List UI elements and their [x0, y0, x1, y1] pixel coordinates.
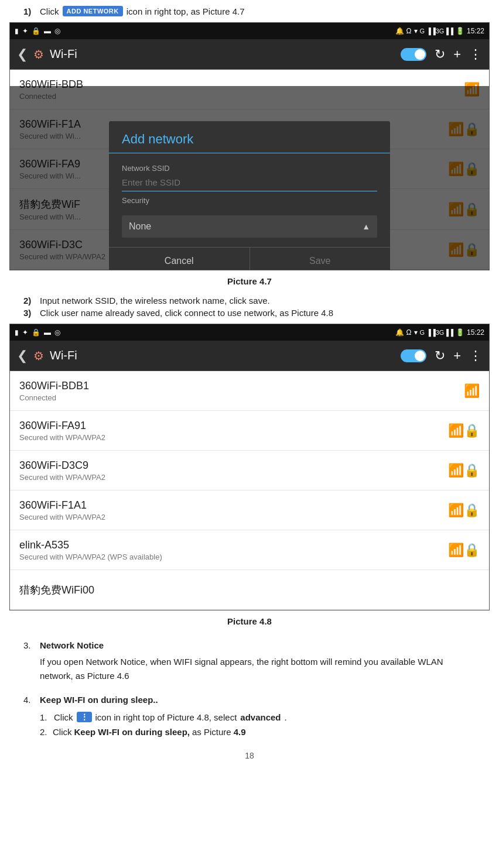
wifi-signal-2-2: 📶🔒 [448, 463, 480, 478]
wifi-title-1: Wi-Fi [50, 47, 77, 61]
wifi-item-2-5[interactable]: 猎豹免费WiFi00 [10, 570, 489, 610]
modal-title: Add network [109, 121, 390, 153]
wifi-status-2-0: Connected [19, 393, 89, 402]
wifi-name-2-5: 猎豹免费WiFi00 [19, 583, 94, 597]
wifi-header-left-2: ❮ ⚙ Wi-Fi [17, 348, 77, 363]
section4-heading: 4. Keep WI-FI on during sleep.. [0, 690, 499, 707]
modal-cancel-button[interactable]: Cancel [109, 248, 250, 270]
wifi-header-right-2: ↻ + ⋮ [401, 348, 482, 363]
section3-title: Network Notice [40, 640, 104, 650]
wifi-signal-2-4: 📶🔒 [448, 543, 480, 558]
modal-ssid-input[interactable] [122, 175, 377, 191]
wifi-toggle[interactable] [401, 48, 426, 61]
wifi-status-icon: ✦ [22, 27, 28, 35]
sync-icon: ◎ [54, 27, 60, 35]
cellular-signal: G ▐▐3G▐▐ [420, 28, 453, 35]
section3-heading: 3. Network Notice [0, 636, 499, 653]
wifi-header-left-1: ❮ ⚙ Wi-Fi [17, 47, 77, 62]
back-icon[interactable]: ❮ [17, 47, 28, 62]
section3-body: If you open Network Notice, when WIFI si… [0, 653, 499, 685]
instruction-steps-23: 2) Input network SSID, the wireless netw… [0, 290, 499, 324]
wifi-header-1: ❮ ⚙ Wi-Fi ↻ + ⋮ [10, 39, 489, 70]
wifi-signal-2-0: 📶 [464, 383, 480, 399]
sync-icon-2: ◎ [54, 328, 60, 337]
toggle-knob [415, 49, 425, 60]
modal-security-select[interactable]: None ▲ [122, 215, 377, 238]
section4-num: 4. [23, 695, 34, 705]
wifi-item-info-2-2: 360WiFi-D3C9 Secured with WPA/WPA2 [19, 459, 105, 482]
wifi-name-2-0: 360WiFi-BDB1 [19, 380, 89, 392]
modal-divider [109, 153, 390, 153]
page-number: 18 [0, 742, 499, 765]
step3-number: 3) [23, 308, 36, 318]
section4-step2-bold1: Keep WI-FI on during sleep, [74, 727, 190, 737]
wifi-title-2: Wi-Fi [50, 349, 77, 362]
refresh-icon[interactable]: ↻ [435, 47, 445, 62]
wifi-signal-2-3: 📶🔒 [448, 503, 480, 518]
modal-security-label: Security [109, 191, 390, 207]
wifi-item-info-2-1: 360WiFi-FA91 Secured with WPA/WPA2 [19, 420, 105, 442]
wifi-item-info-2-4: elink-A535 Secured with WPA/WPA2 (WPS av… [19, 539, 162, 561]
wifi-item-2-4[interactable]: elink-A535 Secured with WPA/WPA2 (WPS av… [10, 530, 489, 570]
android-screen-2: ▮ ✦ 🔒 ▬ ◎ 🔔 Ω ▾ G ▐▐3G▐▐ 🔋 15:22 ❮ ⚙ Wi-… [9, 324, 490, 610]
section4-step1-num: 1. [40, 712, 50, 722]
back-icon-2[interactable]: ❮ [17, 348, 28, 363]
add-network-icon-2[interactable]: + [453, 348, 461, 363]
wifi-list-2: 360WiFi-BDB1 Connected 📶 360WiFi-FA91 Se… [10, 371, 489, 610]
step2-row: 2) Input network SSID, the wireless netw… [23, 296, 476, 306]
wifi-item-2-3[interactable]: 360WiFi-F1A1 Secured with WPA/WPA2 📶🔒 [10, 490, 489, 530]
notification-icon-2: 🔔 [395, 328, 404, 337]
wifi-list-1: 360WiFi-BDB Connected 📶 360WiFi-F1A Secu… [10, 70, 489, 270]
section4-title: Keep WI-FI on during sleep.. [40, 695, 158, 705]
wifi-item-2-2[interactable]: 360WiFi-D3C9 Secured with WPA/WPA2 📶🔒 [10, 451, 489, 490]
android-screen-1: ▮ ✦ 🔒 ▬ ◎ 🔔 Ω ▾ G ▐▐3G▐▐ 🔋 15:22 ❮ ⚙ Wi-… [9, 22, 490, 270]
status-bar-right-1: 🔔 Ω ▾ G ▐▐3G▐▐ 🔋 15:22 [395, 27, 484, 35]
modal-select-arrow-icon: ▲ [362, 222, 370, 231]
three-dot-button-image: ⋮ [77, 712, 92, 722]
status-bar-1: ▮ ✦ 🔒 ▬ ◎ 🔔 Ω ▾ G ▐▐3G▐▐ 🔋 15:22 [10, 23, 489, 39]
time-1: 15:22 [467, 27, 484, 35]
status-bar-left-1: ▮ ✦ 🔒 ▬ ◎ [15, 27, 60, 35]
settings-cog-icon-2: ⚙ [33, 349, 44, 363]
wifi-header-right-1: ↻ + ⋮ [401, 47, 482, 62]
wifi-status-icon-2: ✦ [22, 328, 28, 337]
instruction-step1: 1) Click ADD NETWORK icon in right top, … [0, 0, 499, 22]
more-options-icon[interactable]: ⋮ [469, 47, 482, 62]
modal-buttons: Cancel Save [109, 247, 390, 270]
step3-row: 3) Click user name already saved, click … [23, 308, 476, 318]
wifi-toggle-2[interactable] [401, 349, 426, 362]
section4-step1-row: 1. Click ⋮ icon in right top of Picture … [40, 712, 476, 722]
status-bar-right-2: 🔔 Ω ▾ G ▐▐3G▐▐ 🔋 15:22 [395, 328, 484, 337]
section4-step2-bold2: 4.9 [234, 727, 246, 737]
screenshot-picture47: ▮ ✦ 🔒 ▬ ◎ 🔔 Ω ▾ G ▐▐3G▐▐ 🔋 15:22 ❮ ⚙ Wi-… [9, 22, 490, 270]
section4-step1-after: icon in right top of Picture 4.8, select [95, 712, 237, 722]
wifi-item-2-1[interactable]: 360WiFi-FA91 Secured with WPA/WPA2 📶🔒 [10, 411, 489, 451]
modal-ssid-label: Network SSID [109, 159, 390, 175]
modal-security-value: None [129, 221, 151, 232]
refresh-icon-2[interactable]: ↻ [435, 348, 445, 363]
status-bar-2: ▮ ✦ 🔒 ▬ ◎ 🔔 Ω ▾ G ▐▐3G▐▐ 🔋 15:22 [10, 324, 489, 341]
toggle-knob-2 [415, 351, 425, 361]
wifi-name-2-4: elink-A535 [19, 539, 162, 551]
wifi-name-2-3: 360WiFi-F1A1 [19, 499, 105, 512]
wifi-item-info-2-0: 360WiFi-BDB1 Connected [19, 380, 89, 402]
wifi-name-2-2: 360WiFi-D3C9 [19, 459, 105, 472]
screenshot-picture48: ▮ ✦ 🔒 ▬ ◎ 🔔 Ω ▾ G ▐▐3G▐▐ 🔋 15:22 ❮ ⚙ Wi-… [9, 324, 490, 610]
battery-icon: 🔋 [456, 27, 464, 35]
section4-step1-bold: advanced [240, 712, 281, 722]
lock-icon: 🔒 [32, 27, 40, 35]
wifi-icon-2: ▾ [414, 328, 418, 337]
modal-save-button[interactable]: Save [250, 248, 391, 270]
section4-step2-row: 2. Click Keep WI-FI on during sleep, as … [40, 727, 476, 737]
time-2: 15:22 [467, 328, 484, 337]
wifi-status-2-3: Secured with WPA/WPA2 [19, 513, 105, 522]
add-network-modal-overlay: Add network Network SSID Security None ▲… [10, 86, 489, 270]
add-network-icon[interactable]: + [453, 47, 461, 62]
wifi-item-2-0[interactable]: 360WiFi-BDB1 Connected 📶 [10, 371, 489, 411]
storage-icon: ▬ [44, 27, 51, 35]
more-options-icon-2[interactable]: ⋮ [469, 348, 482, 363]
step1-text-after: icon in right top, as Picture 4.7 [127, 6, 245, 16]
wifi-status-2-1: Secured with WPA/WPA2 [19, 433, 105, 442]
step2-text: Input network SSID, the wireless network… [40, 296, 270, 306]
headset-icon-2: Ω [406, 328, 412, 337]
